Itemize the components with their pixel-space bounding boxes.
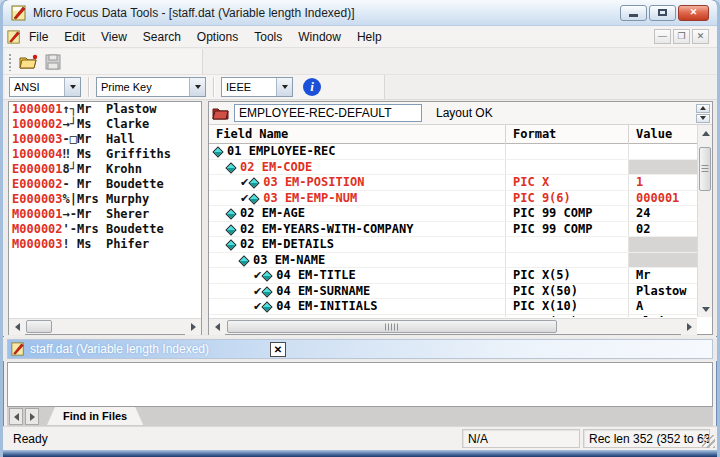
record-row[interactable]: 1000004‼ MsGriffiths xyxy=(9,147,201,162)
field-row[interactable]: ✔04 EM-FIRST-NAMEPIC X(50)Alain xyxy=(209,315,697,318)
record-surname: Plastow xyxy=(106,102,157,116)
float-format-combobox[interactable]: IEEE xyxy=(221,77,293,97)
menu-tools[interactable]: Tools xyxy=(246,28,290,46)
scroll-left-button[interactable] xyxy=(209,319,225,335)
record-row[interactable]: 1000001↑┐MrPlastow xyxy=(9,102,201,117)
field-row[interactable]: ✔04 EM-TITLEPIC X(5)Mr xyxy=(209,268,697,284)
field-value-cell[interactable]: Mr xyxy=(629,268,697,283)
column-header-format[interactable]: Format xyxy=(506,125,629,144)
field-value-cell[interactable]: 1 xyxy=(629,175,697,190)
scroll-left-button[interactable] xyxy=(9,319,25,335)
close-button[interactable]: ✕ xyxy=(678,5,709,21)
tab-scroll-left-button[interactable] xyxy=(9,408,23,425)
save-button[interactable] xyxy=(41,51,65,73)
field-table-hscrollbar[interactable] xyxy=(209,318,697,334)
record-row[interactable]: E000003%|MrsMurphy xyxy=(9,192,201,207)
field-name-cell: ✔04 EM-TITLE xyxy=(209,268,506,283)
mdi-restore-button[interactable]: ❐ xyxy=(673,29,690,44)
tab-find-in-files[interactable]: Find in Files xyxy=(47,407,143,425)
field-value-cell[interactable]: 02 xyxy=(629,222,697,237)
column-header-field-name[interactable]: Field Name xyxy=(209,125,506,144)
scroll-down-button[interactable] xyxy=(698,301,713,317)
spin-down-button[interactable] xyxy=(696,114,710,123)
record-id: M000001 xyxy=(12,207,63,221)
field-row[interactable]: ✔04 EM-INITIALSPIC X(10)A xyxy=(209,299,697,315)
layout-header: EMPLOYEE-REC-DEFAULT Layout OK xyxy=(209,102,712,125)
record-control-chars: ↑┐ xyxy=(63,102,77,117)
title-bar: Micro Focus Data Tools - [staff.dat (Var… xyxy=(3,0,717,26)
record-id: E000001 xyxy=(12,162,63,176)
spin-up-button[interactable] xyxy=(696,104,710,113)
record-id: 1000001 xyxy=(12,102,63,116)
scroll-right-button[interactable] xyxy=(681,319,697,335)
record-row[interactable]: 1000002→┘MsClarke xyxy=(9,117,201,132)
hscroll-thumb[interactable] xyxy=(227,320,557,333)
field-row[interactable]: 02 EM-CODE xyxy=(209,160,697,176)
field-value-cell[interactable] xyxy=(629,237,697,252)
hscroll-thumb[interactable] xyxy=(26,320,52,333)
field-row[interactable]: 01 EMPLOYEE-REC xyxy=(209,144,697,160)
field-table-vscrollbar[interactable] xyxy=(697,125,712,317)
field-value-cell[interactable] xyxy=(629,160,697,175)
document-tab[interactable]: staff.dat (Variable length Indexed) ✕ xyxy=(7,339,713,359)
field-name-text: 02 EM-YEARS-WITH-COMPANY xyxy=(240,222,413,236)
record-list-panel: 1000001↑┐MrPlastow1000002→┘MsClarke10000… xyxy=(8,101,202,335)
charset-dropdown-arrow[interactable] xyxy=(64,78,80,96)
menu-window[interactable]: Window xyxy=(290,28,349,46)
resize-grip[interactable] xyxy=(702,435,715,448)
menu-search[interactable]: Search xyxy=(135,28,189,46)
field-value-cell[interactable]: 000001 xyxy=(629,191,697,206)
field-value-cell[interactable]: A xyxy=(629,299,697,314)
key-combobox[interactable]: Prime Key xyxy=(96,77,206,97)
field-value-cell[interactable]: Alain xyxy=(629,315,697,318)
field-diamond-icon xyxy=(262,270,273,281)
record-row[interactable]: M000001→-MrSherer xyxy=(9,207,201,222)
record-row[interactable]: 1000003-□MrHall xyxy=(9,132,201,147)
record-row[interactable]: E0000018┘MrKrohn xyxy=(9,162,201,177)
menu-file[interactable]: File xyxy=(21,28,56,46)
document-close-button[interactable]: ✕ xyxy=(270,342,286,357)
open-file-button[interactable] xyxy=(17,51,41,73)
field-value-cell[interactable] xyxy=(629,253,697,268)
record-list-hscrollbar[interactable] xyxy=(9,318,201,334)
record-row[interactable]: M000003! MsPhifer xyxy=(9,237,201,252)
scroll-right-button[interactable] xyxy=(185,319,201,335)
mdi-minimize-button[interactable]: — xyxy=(654,29,671,44)
field-row[interactable]: 02 EM-AGEPIC 99 COMP24 xyxy=(209,206,697,222)
record-row[interactable]: M000002'-MrsBoudette xyxy=(9,222,201,237)
scroll-up-button[interactable] xyxy=(698,125,713,141)
record-name-box[interactable]: EMPLOYEE-REC-DEFAULT xyxy=(234,104,422,122)
field-format-cell: PIC 99 COMP xyxy=(506,222,629,237)
field-value-cell[interactable]: Plastow xyxy=(629,284,697,299)
field-value-cell[interactable] xyxy=(629,144,697,159)
mdi-close-button[interactable]: ✕ xyxy=(692,29,709,44)
tab-scroll-right-button[interactable] xyxy=(25,408,39,425)
toolbar-grip[interactable] xyxy=(8,53,13,71)
vscroll-thumb[interactable] xyxy=(699,147,711,191)
float-format-dropdown-arrow[interactable] xyxy=(276,78,292,96)
field-name-text: 01 EMPLOYEE-REC xyxy=(227,144,335,158)
field-name-cell: ✔03 EM-POSITION xyxy=(209,175,506,190)
field-row[interactable]: ✔03 EM-POSITIONPIC X1 xyxy=(209,175,697,191)
menu-options[interactable]: Options xyxy=(189,28,246,46)
field-row[interactable]: ✔04 EM-SURNAMEPIC X(50)Plastow xyxy=(209,284,697,300)
info-button[interactable]: i xyxy=(303,78,321,96)
separator xyxy=(88,77,89,97)
output-panel[interactable] xyxy=(7,362,713,407)
toolbar xyxy=(3,48,717,75)
charset-combobox[interactable]: ANSI xyxy=(9,77,81,97)
field-row[interactable]: 03 EM-NAME xyxy=(209,253,697,269)
field-value-cell[interactable]: 24 xyxy=(629,206,697,221)
maximize-button[interactable] xyxy=(649,5,676,21)
menu-view[interactable]: View xyxy=(93,28,135,46)
field-row[interactable]: ✔03 EM-EMP-NUMPIC 9(6)000001 xyxy=(209,191,697,207)
field-row[interactable]: 02 EM-DETAILS xyxy=(209,237,697,253)
field-format-cell: PIC 99 COMP xyxy=(506,206,629,221)
menu-edit[interactable]: Edit xyxy=(56,28,93,46)
menu-help[interactable]: Help xyxy=(349,28,390,46)
column-header-value[interactable]: Value xyxy=(629,125,702,144)
minimize-button[interactable] xyxy=(620,5,647,21)
field-row[interactable]: 02 EM-YEARS-WITH-COMPANYPIC 99 COMP02 xyxy=(209,222,697,238)
key-dropdown-arrow[interactable] xyxy=(189,78,205,96)
record-row[interactable]: E000002- MrBoudette xyxy=(9,177,201,192)
